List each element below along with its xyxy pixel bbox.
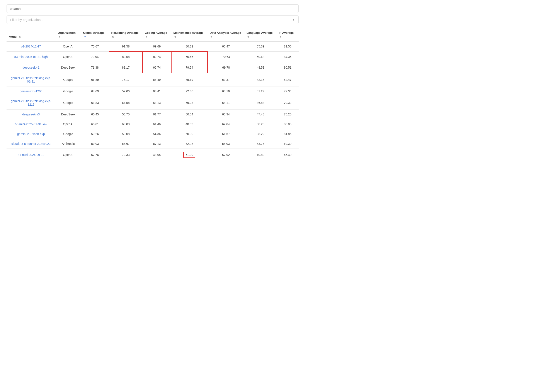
- data-analysis-avg-cell: 62.04: [208, 119, 244, 129]
- if-avg-cell: 80.06: [277, 119, 299, 129]
- col-global-avg[interactable]: Global Average ▼: [81, 28, 109, 41]
- data-analysis-avg-cell: 55.03: [208, 139, 244, 149]
- organization-cell: Google: [56, 73, 81, 86]
- global-avg-cell: 75.67: [81, 41, 109, 51]
- model-cell: gemini-2.0-flash-thinking-exp-1219: [7, 96, 56, 109]
- math-avg-cell: 75.69: [171, 73, 208, 86]
- global-avg-cell: 60.45: [81, 109, 109, 119]
- language-avg-cell: 53.76: [244, 139, 277, 149]
- table-header-row: Model ⇅ Organization ⇅ Global Average ▼ …: [7, 28, 299, 41]
- organization-cell: OpenAI: [56, 41, 81, 51]
- leaderboard-table: Model ⇅ Organization ⇅ Global Average ▼ …: [7, 28, 299, 161]
- model-link[interactable]: o3-mini-2025-01-31-high: [9, 55, 53, 59]
- sort-icon-coding: ⇅: [146, 35, 147, 38]
- organization-cell: Google: [56, 129, 81, 139]
- col-language-avg[interactable]: Language Average ⇅: [244, 28, 277, 41]
- col-if-avg[interactable]: IF Average ⇅: [277, 28, 299, 41]
- data-analysis-avg-cell: 69.37: [208, 73, 244, 86]
- col-model[interactable]: Model ⇅: [7, 28, 56, 41]
- col-coding-avg[interactable]: Coding Average ⇅: [143, 28, 171, 41]
- math-avg-cell: 79.54: [171, 62, 208, 73]
- coding-avg-cell: 53.13: [143, 96, 171, 109]
- table-row: o1-mini-2024-09-12OpenAI57.7672.3348.056…: [7, 149, 299, 161]
- col-data-analysis-avg[interactable]: Data Analysis Average ⇅: [208, 28, 244, 41]
- col-math-avg[interactable]: Mathematics Average ⇅: [171, 28, 208, 41]
- organization-cell: DeepSeek: [56, 109, 81, 119]
- reasoning-avg-cell: 56.75: [109, 109, 143, 119]
- sort-icon-org: ⇅: [59, 35, 60, 38]
- sort-icon-if: ⇅: [280, 35, 281, 38]
- if-avg-cell: 65.40: [277, 149, 299, 161]
- math-avg-cell: 69.03: [171, 96, 208, 109]
- chevron-down-icon: ▼: [292, 18, 295, 21]
- global-avg-cell: 57.76: [81, 149, 109, 161]
- data-analysis-avg-cell: 69.78: [208, 62, 244, 73]
- sort-icon-model: ⇅: [19, 35, 21, 38]
- language-avg-cell: 51.29: [244, 86, 277, 96]
- model-link[interactable]: gemini-2.0-flash-thinking-exp-1219: [9, 99, 53, 106]
- language-avg-cell: 47.48: [244, 109, 277, 119]
- organization-filter[interactable]: Filter by organization... ▼: [7, 16, 299, 24]
- if-avg-cell: 84.36: [277, 51, 299, 62]
- organization-cell: OpenAI: [56, 149, 81, 161]
- reasoning-avg-cell: 69.83: [109, 119, 143, 129]
- language-avg-cell: 42.18: [244, 73, 277, 86]
- if-avg-cell: 80.51: [277, 62, 299, 73]
- table-row: claude-3-5-sonnet-20241022Anthropic59.03…: [7, 139, 299, 149]
- model-link[interactable]: gemini-2.0-flash-thinking-exp-01-21: [9, 76, 53, 83]
- model-link[interactable]: o1-mini-2024-09-12: [9, 153, 53, 157]
- data-analysis-avg-cell: 60.94: [208, 109, 244, 119]
- model-cell: o3-mini-2025-01-31-low: [7, 119, 56, 129]
- model-link[interactable]: gemini-2.0-flash-exp: [9, 132, 53, 136]
- coding-avg-cell: 53.49: [143, 73, 171, 86]
- model-link[interactable]: o3-mini-2025-01-31-low: [9, 122, 53, 126]
- table-row: o3-mini-2025-01-31-highOpenAI73.9489.588…: [7, 51, 299, 62]
- language-avg-cell: 50.68: [244, 51, 277, 62]
- math-avg-cell: 80.32: [171, 41, 208, 51]
- data-analysis-avg-cell: 65.47: [208, 41, 244, 51]
- col-reasoning-avg[interactable]: Reasoning Average ⇅: [109, 28, 143, 41]
- model-cell: claude-3-5-sonnet-20241022: [7, 139, 56, 149]
- search-input[interactable]: [7, 4, 299, 13]
- model-cell: gemini-2.0-flash-exp: [7, 129, 56, 139]
- model-link[interactable]: gemini-exp-1206: [9, 90, 53, 93]
- table-row: gemini-2.0-flash-thinking-exp-1219Google…: [7, 96, 299, 109]
- coding-avg-cell: 54.36: [143, 129, 171, 139]
- data-analysis-avg-cell: 61.67: [208, 129, 244, 139]
- table-row: deepseek-r1DeepSeek71.3883.1766.7479.546…: [7, 62, 299, 73]
- table-row: gemini-exp-1206Google64.0957.0063.4172.3…: [7, 86, 299, 96]
- col-organization[interactable]: Organization ⇅: [56, 28, 81, 41]
- language-avg-cell: 38.25: [244, 119, 277, 129]
- model-link[interactable]: claude-3-5-sonnet-20241022: [9, 142, 53, 145]
- model-link[interactable]: deepseek-v3: [9, 113, 53, 116]
- model-link[interactable]: deepseek-r1: [9, 66, 53, 69]
- table-row: o1-2024-12-17OpenAI75.6791.5869.6980.326…: [7, 41, 299, 51]
- reasoning-avg-cell: 78.17: [109, 73, 143, 86]
- sort-icon-language: ⇅: [247, 35, 249, 38]
- sort-icon-global: ▼: [84, 35, 86, 38]
- coding-avg-cell: 66.74: [143, 62, 171, 73]
- math-avg-cell: 61.99: [171, 149, 208, 161]
- organization-cell: OpenAI: [56, 51, 81, 62]
- model-cell: gemini-2.0-flash-thinking-exp-01-21: [7, 73, 56, 86]
- coding-avg-cell: 63.41: [143, 86, 171, 96]
- table-row: deepseek-v3DeepSeek60.4556.7561.7760.546…: [7, 109, 299, 119]
- if-avg-cell: 79.32: [277, 96, 299, 109]
- organization-cell: DeepSeek: [56, 62, 81, 73]
- table-row: gemini-2.0-flash-thinking-exp-01-21Googl…: [7, 73, 299, 86]
- reasoning-avg-cell: 57.00: [109, 86, 143, 96]
- math-avg-cell: 52.28: [171, 139, 208, 149]
- math-avg-cell: 48.39: [171, 119, 208, 129]
- model-link[interactable]: o1-2024-12-17: [9, 45, 53, 48]
- filter-placeholder: Filter by organization...: [10, 18, 43, 22]
- coding-avg-cell: 61.77: [143, 109, 171, 119]
- global-avg-cell: 64.09: [81, 86, 109, 96]
- if-avg-cell: 69.30: [277, 139, 299, 149]
- table-row: gemini-2.0-flash-expGoogle59.2659.0854.3…: [7, 129, 299, 139]
- global-avg-cell: 60.01: [81, 119, 109, 129]
- if-avg-cell: 82.47: [277, 73, 299, 86]
- language-avg-cell: 40.89: [244, 149, 277, 161]
- if-avg-cell: 81.86: [277, 129, 299, 139]
- sort-icon-math: ⇅: [174, 35, 176, 38]
- data-analysis-avg-cell: 70.64: [208, 51, 244, 62]
